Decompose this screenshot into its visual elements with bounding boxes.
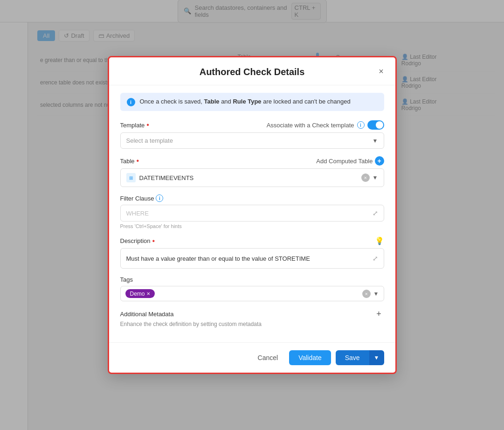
modal-header: Authored Check Details × (109, 57, 395, 85)
template-placeholder: Select a template (126, 137, 173, 144)
filter-clause-label-row: Filter Clause i (120, 194, 384, 202)
tags-chevron-icon: ▼ (373, 291, 379, 297)
table-label-row: Table • Add Computed Table + (120, 156, 384, 166)
modal-dialog: Authored Check Details × i Once a check … (108, 56, 397, 374)
description-label: Description • (120, 237, 155, 245)
description-field-row: Description • 💡 Must have a value greate… (120, 236, 384, 269)
template-required: • (146, 121, 149, 129)
template-select[interactable]: Select a template ▼ (120, 132, 384, 149)
save-button[interactable]: Save (336, 350, 369, 365)
filter-clause-row: Filter Clause i WHERE ⤢ Press 'Ctrl+Spac… (120, 194, 384, 229)
description-required: • (152, 237, 155, 245)
additional-meta-header: Additional Metadata + (120, 309, 384, 319)
filter-info-icon[interactable]: i (156, 194, 163, 202)
template-label: Template • (120, 121, 149, 129)
modal-footer: Cancel Validate Save ▼ (109, 342, 395, 373)
additional-meta-add-btn[interactable]: + (374, 309, 384, 319)
save-button-group: Save ▼ (336, 350, 384, 365)
table-select-actions: × ▼ (361, 173, 378, 182)
modal-title: Authored Check Details (200, 67, 305, 77)
template-label-row: Template • Associate with a Check templa… (120, 120, 384, 130)
additional-meta-sub: Enhance the check definition by setting … (120, 321, 384, 327)
tags-label: Tags (120, 276, 133, 283)
description-expand-icon: ⤢ (373, 255, 378, 262)
description-label-row: Description • 💡 (120, 236, 384, 245)
add-computed-table-btn[interactable]: Add Computed Table + (316, 156, 384, 166)
tags-select-actions: × ▼ (362, 290, 379, 298)
cancel-button[interactable]: Cancel (251, 350, 285, 365)
tags-clear-btn[interactable]: × (362, 290, 371, 298)
tag-chip-label: Demo (130, 291, 145, 297)
table-field-row: Table • Add Computed Table + ⊞ DATETIMEE… (120, 156, 384, 187)
filter-hint: Press 'Ctrl+Space' for hints (120, 223, 384, 229)
filter-clause-label: Filter Clause i (120, 194, 164, 202)
additional-metadata-row: Additional Metadata + Enhance the check … (120, 309, 384, 327)
table-icon: ⊞ (126, 173, 136, 182)
add-computed-icon: + (375, 156, 384, 166)
chevron-down-icon: ▼ (373, 138, 378, 144)
table-clear-btn[interactable]: × (361, 173, 370, 182)
table-label: Table • (120, 157, 139, 165)
filter-placeholder: WHERE (126, 210, 149, 217)
modal-overlay: Authored Check Details × i Once a check … (0, 0, 504, 430)
info-icon: i (127, 98, 135, 106)
additional-meta-label: Additional Metadata (120, 311, 174, 318)
table-select-value: ⊞ DATETIMEEVENTS (126, 173, 361, 182)
tags-label-row: Tags (120, 276, 384, 283)
expand-icon: ⤢ (373, 209, 378, 217)
tags-input[interactable]: Demo × × ▼ (120, 286, 384, 301)
chevron-down-icon: ▼ (373, 174, 378, 181)
tags-field-row: Tags Demo × × ▼ (120, 276, 384, 301)
associate-row: Associate with a Check template i (267, 120, 384, 130)
table-required: • (137, 157, 139, 165)
validate-button[interactable]: Validate (289, 350, 331, 365)
template-field-row: Template • Associate with a Check templa… (120, 120, 384, 149)
tag-chip-remove[interactable]: × (147, 290, 151, 297)
modal-body: i Once a check is saved, Table and Rule … (109, 85, 395, 342)
info-text: Once a check is saved, Table and Rule Ty… (140, 97, 351, 106)
table-select[interactable]: ⊞ DATETIMEEVENTS × ▼ (120, 168, 384, 187)
description-input[interactable]: Must have a value greater than or equal … (120, 248, 384, 269)
tag-chip-demo: Demo × (125, 289, 155, 298)
filter-clause-input[interactable]: WHERE ⤢ (120, 205, 384, 222)
close-button[interactable]: × (375, 65, 388, 78)
info-banner: i Once a check is saved, Table and Rule … (120, 93, 384, 111)
save-dropdown-button[interactable]: ▼ (369, 350, 384, 365)
associate-toggle[interactable] (367, 120, 384, 130)
associate-info-icon[interactable]: i (357, 121, 365, 129)
bulb-icon: 💡 (375, 236, 384, 245)
